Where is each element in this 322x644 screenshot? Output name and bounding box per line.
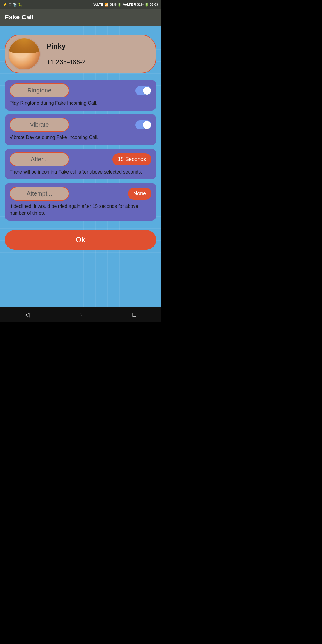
ok-button[interactable]: Ok [5, 230, 156, 250]
usb-icon: ⚡ [3, 3, 7, 7]
vibrate-toggle[interactable] [135, 120, 151, 129]
after-label: After... [10, 152, 69, 166]
status-bar: ⚡ 🛡 📡 🐛 VoLTE 📶 32% 🔋 VoLTE R 32% 🔋 08:0… [0, 0, 161, 9]
contact-name: Pinky [47, 42, 150, 53]
after-value-button[interactable]: 15 Seconds [112, 153, 151, 165]
avatar [8, 38, 41, 70]
after-card: After... 15 Seconds There will be incomi… [5, 149, 156, 179]
nav-bar: ◁ ○ □ [0, 307, 161, 322]
vibrate-card: Vibrate Vibrate Device during Fake Incom… [5, 114, 156, 145]
battery-percent: 32% [110, 3, 116, 6]
vibrate-description: Vibrate Device during Fake Incoming Call… [10, 134, 151, 141]
attempt-label: Attempt... [10, 187, 69, 201]
contact-info: Pinky +1 235-486-2 [47, 42, 150, 66]
attempt-row: Attempt... None [10, 187, 151, 201]
back-button[interactable]: ◁ [25, 311, 29, 318]
radio-icon: 📡 [13, 3, 17, 7]
status-icons-right: VoLTE 📶 32% 🔋 VoLTE R 32% 🔋 08:03 [93, 3, 158, 7]
debug-icon: 🐛 [18, 3, 22, 7]
vibrate-row: Vibrate [10, 118, 151, 132]
after-description: There will be incoming Fake call after a… [10, 169, 151, 175]
contact-phone: +1 235-486-2 [47, 58, 150, 66]
shield-icon: 🛡 [8, 3, 12, 6]
attempt-card: Attempt... None If declined, it would be… [5, 183, 156, 221]
ringtone-toggle-knob [143, 87, 151, 95]
after-row: After... 15 Seconds [10, 152, 151, 166]
main-content: Pinky +1 235-486-2 Ringtone Play Rington… [0, 26, 161, 307]
vibrate-toggle-knob [143, 121, 151, 129]
avatar-image [9, 38, 40, 69]
ringtone-card: Ringtone Play Ringtone during Fake Incom… [5, 80, 156, 111]
attempt-description: If declined, it would be tried again aft… [10, 203, 151, 216]
ringtone-label: Ringtone [10, 83, 69, 97]
volte-label: VoLTE [93, 3, 103, 6]
ringtone-row: Ringtone [10, 83, 151, 97]
vibrate-label: Vibrate [10, 118, 69, 132]
contact-card: Pinky +1 235-486-2 [5, 35, 156, 73]
clock: VoLTE R 32% 🔋 08:03 [123, 3, 158, 7]
attempt-value-button[interactable]: None [128, 188, 151, 200]
ringtone-toggle[interactable] [135, 86, 151, 95]
home-button[interactable]: ○ [79, 311, 83, 318]
signal-icon: 📶 [104, 3, 109, 7]
recent-button[interactable]: □ [132, 311, 136, 318]
battery-icon: 🔋 [117, 3, 122, 7]
status-icons-left: ⚡ 🛡 📡 🐛 [3, 3, 22, 7]
ringtone-description: Play Ringtone during Fake Incoming Call. [10, 100, 151, 106]
app-title: Fake Call [5, 13, 34, 21]
app-bar: Fake Call [0, 9, 161, 26]
